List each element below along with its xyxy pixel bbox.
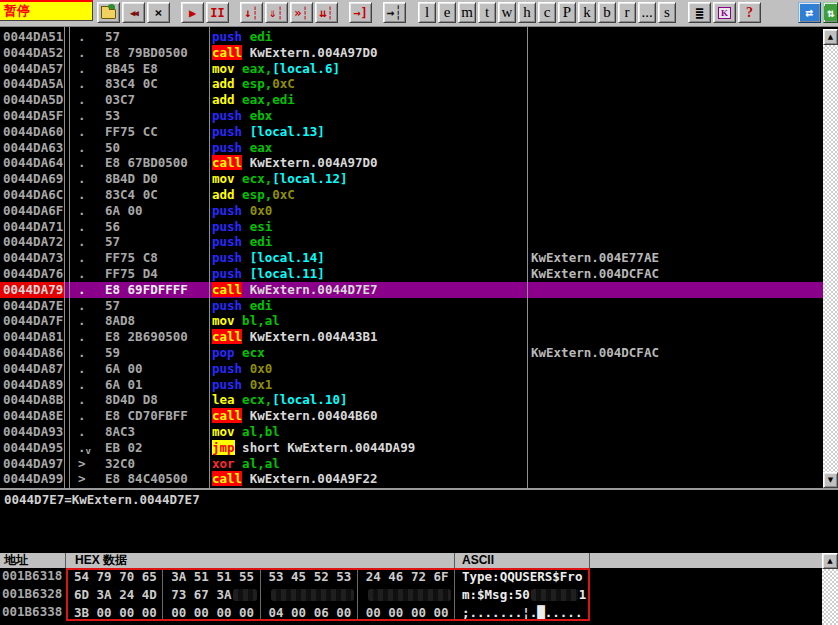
disasm-row-0044DA8E[interactable]: 0044DA8E.E8 CD70FBFFcall KwExtern.00404B… (0, 408, 823, 424)
analysis-prefix: . (64, 171, 105, 187)
goto-button[interactable]: →┆ (383, 2, 406, 23)
restart-button[interactable]: ◀◀ (122, 2, 145, 23)
return-arrow-icon: →] (353, 6, 367, 20)
open-file-button[interactable] (97, 2, 120, 23)
window-letter-button-e[interactable]: e (438, 2, 456, 23)
disasm-row-0044DA64[interactable]: 0044DA64.E8 67BD0500call KwExtern.004A97… (0, 155, 823, 171)
window-letter-button-l[interactable]: l (418, 2, 436, 23)
window-letter-button-k[interactable]: k (578, 2, 596, 23)
step-over-button[interactable]: ⇓┆ (265, 2, 288, 23)
analysis-prefix: . (64, 345, 105, 361)
disasm-scrollbar[interactable]: ▲ ▼ (823, 29, 838, 488)
disasm-row-0044DA8B[interactable]: 0044DA8B.8D4D D8lea ecx,[local.10] (0, 392, 823, 408)
disasm-row-0044DA72[interactable]: 0044DA72.57push edi (0, 234, 823, 250)
trace-over-button[interactable]: ⇊┆ (315, 2, 338, 23)
appearance-button[interactable]: K (713, 2, 736, 23)
instruction-address: 0044DA79 (0, 282, 64, 298)
window-letter-button-m[interactable]: m (458, 2, 476, 23)
disasm-row-0044DA7F[interactable]: 0044DA7F.8AD8mov bl,al (0, 313, 823, 329)
scroll-up-button[interactable]: ▲ (822, 553, 838, 569)
close-button[interactable]: × (147, 2, 170, 23)
disasm-row-0044DA81[interactable]: 0044DA81.E8 2B690500call KwExtern.004A43… (0, 329, 823, 345)
ascii-text: Type:QQUSERS$Fro (455, 568, 590, 586)
window-letter-button-h[interactable]: h (518, 2, 536, 23)
step-into-button[interactable]: ↓┆ (240, 2, 263, 23)
comment (527, 187, 823, 203)
disassembled-instruction: mov eax,[local.6] (209, 61, 527, 77)
disasm-row-0044DA6C[interactable]: 0044DA6C.83C4 0Cadd esp,0xC (0, 187, 823, 203)
window-letter-button-t[interactable]: t (478, 2, 496, 23)
disassembled-instruction: push [local.14] (209, 250, 527, 266)
opcode-bytes: 8AD8 (105, 313, 209, 329)
opcode-bytes: E8 2B690500 (105, 329, 209, 345)
disasm-row-0044DA60[interactable]: 0044DA60.FF75 CCpush [local.13] (0, 124, 823, 140)
window-letter-button-w[interactable]: w (498, 2, 516, 23)
disassembly-pane: 0044DA51.57push edi0044DA52.E8 79BD0500c… (0, 27, 823, 488)
disasm-row-0044DA87[interactable]: 0044DA87.6A 00push 0x0 (0, 361, 823, 377)
analysis-prefix: . (64, 108, 105, 124)
opcode-bytes: FF75 C8 (105, 250, 209, 266)
column-separator[interactable] (527, 27, 528, 488)
disasm-row-0044DA71[interactable]: 0044DA71.56push esi (0, 219, 823, 235)
instruction-address: 0044DA87 (0, 361, 64, 377)
disasm-row-0044DA63[interactable]: 0044DA63.50push eax (0, 140, 823, 156)
windows-list-button[interactable]: ≣ (688, 2, 711, 23)
disasm-row-0044DA99[interactable]: 0044DA99>E8 84C40500call KwExtern.004A9F… (0, 471, 823, 487)
question-icon: ? (746, 5, 753, 21)
window-letter-button-r[interactable]: r (618, 2, 636, 23)
comment (527, 108, 823, 124)
disasm-row-0044DA7E[interactable]: 0044DA7E.57push edi (0, 298, 823, 314)
disasm-row-0044DA86[interactable]: 0044DA86.59pop ecxKwExtern.004DCFAC (0, 345, 823, 361)
window-letter-button-b[interactable]: b (598, 2, 616, 23)
window-letter-button-more[interactable]: ... (638, 2, 656, 23)
instruction-address: 0044DA57 (0, 61, 64, 77)
scroll-up-button[interactable]: ▲ (823, 29, 838, 45)
window-letter-button-s[interactable]: s (658, 2, 676, 23)
dump-row-001B6338[interactable]: 001B63383B 00 00 0000 00 00 0004 00 06 0… (0, 604, 822, 622)
window-letter-button-c[interactable]: c (538, 2, 556, 23)
disasm-row-0044DA5A[interactable]: 0044DA5A.83C4 0Cadd esp,0xC (0, 76, 823, 92)
disasm-row-0044DA76[interactable]: 0044DA76.FF75 D4push [local.11]KwExtern.… (0, 266, 823, 282)
mdi-window-button[interactable]: ⇅ (823, 2, 838, 23)
hex-byte-group: 53 45 52 53 (261, 568, 358, 586)
hex-byte-group: 24 46 72 6F (358, 568, 455, 586)
disasm-row-0044DA51[interactable]: 0044DA51.57push edi (0, 29, 823, 45)
pause-button[interactable]: II (206, 2, 229, 23)
dump-row-001B6318[interactable]: 001B631854 79 70 653A 51 51 5553 45 52 5… (0, 568, 822, 586)
dump-header-spacer (590, 553, 822, 568)
disasm-row-0044DA6F[interactable]: 0044DA6F.6A 00push 0x0 (0, 203, 823, 219)
opcode-bytes: 03C7 (105, 92, 209, 108)
window-letter-button-P[interactable]: P (558, 2, 576, 23)
swap-window-button[interactable]: ⇄ (798, 2, 821, 23)
disasm-row-0044DA52[interactable]: 0044DA52.E8 79BD0500call KwExtern.004A97… (0, 45, 823, 61)
dump-address: 001B6338 (0, 604, 66, 622)
disassembled-instruction: call KwExtern.0044D7E7 (209, 282, 527, 298)
disassembled-instruction: push [local.11] (209, 266, 527, 282)
disasm-row-0044DA5F[interactable]: 0044DA5F.53push ebx (0, 108, 823, 124)
disasm-row-0044DA5D[interactable]: 0044DA5D.03C7add eax,edi (0, 92, 823, 108)
redacted-area (233, 589, 256, 601)
disasm-row-0044DA57[interactable]: 0044DA57.8B45 E8mov eax,[local.6] (0, 61, 823, 77)
column-separator[interactable] (209, 27, 210, 488)
disasm-row-0044DA79[interactable]: 0044DA79.E8 69FDFFFFcall KwExtern.0044D7… (0, 282, 823, 298)
disasm-row-0044DA93[interactable]: 0044DA93.8AC3mov al,bl (0, 424, 823, 440)
disasm-row-0044DA97[interactable]: 0044DA97>32C0xor al,al (0, 456, 823, 472)
trace-into-button[interactable]: »┆ (290, 2, 313, 23)
execute-till-return-button[interactable]: →] (349, 2, 372, 23)
dump-row-001B6328[interactable]: 001B63286D 3A 24 4D73 67 3Am:$Msg:501 (0, 586, 822, 604)
disasm-row-0044DA95[interactable]: 0044DA95.vEB 02jmp short KwExtern.0044DA… (0, 440, 823, 456)
analysis-prefix: .v (64, 440, 105, 456)
debugger-state-badge: 暂停 (0, 0, 93, 21)
run-button[interactable]: ▶ (181, 2, 204, 23)
comment (527, 203, 823, 219)
toolbar: 暂停 ◀◀×▶II↓┆⇓┆»┆⇊┆→]→┆ lemtwhcPkbr...s ≣K… (0, 0, 838, 27)
analysis-prefix: . (64, 76, 105, 92)
disasm-row-0044DA73[interactable]: 0044DA73.FF75 C8push [local.14]KwExtern.… (0, 250, 823, 266)
dump-scrollbar[interactable]: ▲ (822, 553, 838, 625)
help-button[interactable]: ? (738, 2, 761, 23)
disasm-row-0044DA89[interactable]: 0044DA89.6A 01push 0x1 (0, 377, 823, 393)
scroll-down-button[interactable]: ▼ (823, 472, 838, 488)
instruction-address: 0044DA73 (0, 250, 64, 266)
disasm-row-0044DA69[interactable]: 0044DA69.8B4D D0mov ecx,[local.12] (0, 171, 823, 187)
trace-into-icon: »┆ (294, 6, 308, 20)
